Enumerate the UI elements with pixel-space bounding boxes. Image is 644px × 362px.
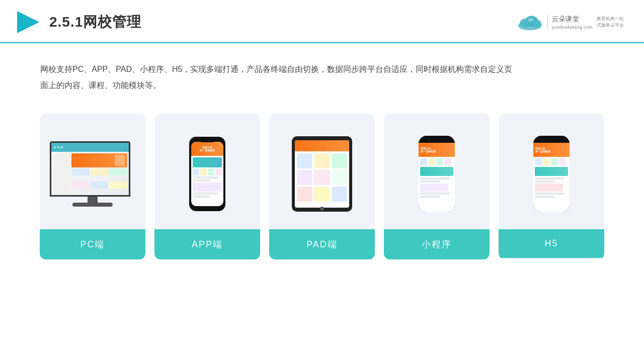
card-app-image: 职场人的第一堂刷题课 bbox=[154, 114, 260, 229]
svg-point-4 bbox=[533, 20, 542, 28]
logo-text-block: 云朵课堂 yunduoketang.com bbox=[552, 15, 593, 30]
logo-slogan: 教育机构一站 式服务云平台 bbox=[597, 16, 624, 28]
card-pc-label: PC端 bbox=[40, 229, 145, 259]
card-pad: PAD端 bbox=[269, 114, 375, 259]
card-pad-image bbox=[269, 114, 375, 229]
header-left: 2.5.1网校管理 bbox=[15, 9, 141, 35]
page-title: 2.5.1网校管理 bbox=[49, 13, 141, 32]
header: 2.5.1网校管理 云朵课堂 yunduoketang.com 教育机构一站 式… bbox=[0, 0, 644, 43]
logo-url: yunduoketang.com bbox=[552, 25, 593, 30]
pc-monitor-icon bbox=[50, 141, 135, 207]
logo-divider bbox=[547, 15, 548, 30]
cloud-logo-icon bbox=[516, 13, 543, 31]
tablet-screen bbox=[295, 140, 349, 208]
card-miniprogram-image: 职场人的第一堂刷题课 bbox=[384, 114, 490, 229]
card-app: 职场人的第一堂刷题课 bbox=[154, 114, 260, 259]
miniprogram-phone-icon: 职场人的第一堂刷题课 bbox=[419, 136, 455, 212]
logo-main-name: 云朵课堂 bbox=[552, 15, 579, 24]
pad-tablet-icon bbox=[292, 136, 352, 212]
h5-phone-icon: 职场人的第一堂刷题课 bbox=[533, 136, 570, 212]
card-pc: PC端 bbox=[40, 114, 145, 259]
card-miniprogram: 职场人的第一堂刷题课 bbox=[384, 114, 490, 259]
card-app-label: APP端 bbox=[154, 229, 260, 259]
logo-tagline2: 式服务云平台 bbox=[597, 22, 624, 29]
phone-screen: 职场人的第一堂刷题课 bbox=[191, 142, 223, 206]
phone-notch bbox=[200, 139, 214, 142]
card-miniprogram-label: 小程序 bbox=[384, 229, 490, 259]
app-phone-icon: 职场人的第一堂刷题课 bbox=[189, 137, 225, 211]
description-text: 网校支持PC、APP、PAD、小程序、H5，实现多端打通，产品各终端自由切换，数… bbox=[0, 43, 553, 104]
logo-area: 云朵课堂 yunduoketang.com 教育机构一站 式服务云平台 bbox=[516, 13, 624, 31]
card-pad-label: PAD端 bbox=[269, 229, 375, 259]
card-pc-image bbox=[40, 114, 145, 229]
card-h5-image: 职场人的第一堂刷题课 bbox=[499, 114, 604, 229]
logo-tagline1: 教育机构一站 bbox=[597, 16, 624, 22]
play-icon bbox=[15, 9, 41, 35]
svg-marker-0 bbox=[17, 11, 39, 33]
card-h5-label: H5 bbox=[499, 229, 604, 258]
card-h5: 职场人的第一堂刷题课 bbox=[499, 114, 604, 259]
cards-container: PC端 职场人的第一堂刷题课 bbox=[0, 104, 644, 269]
svg-point-5 bbox=[528, 18, 534, 22]
